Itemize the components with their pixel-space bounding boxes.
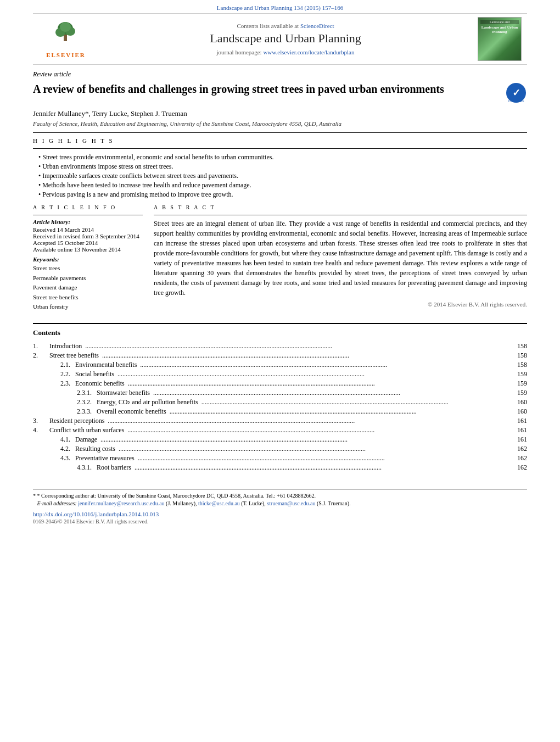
highlights-list: Street trees provide environmental, econ… (33, 153, 527, 199)
email3-name: (S.J. Trueman). (317, 500, 351, 506)
available-date: Available online 13 November 2014 (33, 246, 143, 253)
toc-page: 161 (511, 435, 527, 444)
article-history-label: Article history: (33, 219, 143, 225)
toc-row: 4.1. Damage 161 (33, 435, 527, 444)
contents-section: Contents 1. Introduction 158 2. Street t… (33, 323, 527, 472)
issn-line: 0169-2046/© 2014 Elsevier B.V. All right… (33, 518, 527, 525)
elsevier-tree-icon (51, 20, 81, 51)
copyright-line: © 2014 Elsevier B.V. All rights reserved… (154, 301, 527, 308)
toc-title: 2.3. Economic benefits (49, 379, 511, 388)
toc-table: 1. Introduction 158 2. Street tree benef… (33, 342, 527, 472)
toc-title: Conflict with urban surfaces (49, 426, 511, 435)
toc-row: 2.1. Environmental benefits 158 (33, 360, 527, 370)
crossmark-icon: ✓ CrossMark (505, 82, 527, 104)
toc-page: 160 (511, 407, 527, 416)
elsevier-logo: ELSEVIER (46, 20, 86, 58)
journal-cover-area: Landscape and Landscape and Urban Planni… (472, 17, 527, 61)
toc-num (33, 388, 49, 398)
science-direct-link[interactable]: ScienceDirect (300, 23, 334, 29)
journal-title-area: Contents lists available at ScienceDirec… (99, 23, 472, 55)
highlights-heading: H I G H L I G H T S (33, 137, 527, 144)
toc-row: 2. Street tree benefits 158 (33, 351, 527, 360)
journal-citation-link[interactable]: Landscape and Urban Planning 134 (2015) … (33, 0, 527, 13)
toc-title: Introduction (49, 342, 511, 351)
elsevier-text-label: ELSEVIER (46, 52, 86, 58)
doi-line: http://dx.doi.org/10.1016/j.landurbplan.… (33, 511, 527, 517)
svg-text:CrossMark: CrossMark (508, 99, 524, 103)
email1-name: (J. Mullaney), (166, 500, 197, 506)
homepage-url-link[interactable]: www.elsevier.com/locate/landurbplan (263, 49, 354, 55)
highlight-item-3: Impermeable surfaces create conflicts be… (33, 172, 527, 180)
toc-page: 162 (511, 444, 527, 454)
toc-num (33, 370, 49, 379)
toc-row: 2.3.3. Overall economic benefits 160 (33, 407, 527, 416)
homepage-link-area: journal homepage: www.elsevier.com/locat… (99, 49, 472, 55)
toc-title: 2.3.1. Stormwater benefits (49, 388, 511, 398)
accepted-date: Accepted 15 October 2014 (33, 239, 143, 246)
highlight-item-2: Urban environments impose stress on stre… (33, 163, 527, 171)
toc-num (33, 435, 49, 444)
toc-page: 159 (511, 379, 527, 388)
authors-line: Jennifer Mullaney*, Terry Lucke, Stephen… (33, 109, 527, 118)
info-abstract-columns: A R T I C L E I N F O Article history: R… (33, 204, 527, 312)
article-section: Review article A review of benefits and … (33, 65, 527, 312)
toc-title: 2.1. Environmental benefits (49, 360, 511, 370)
article-info-divider (33, 215, 143, 215)
toc-num (33, 454, 49, 463)
journal-link[interactable]: Landscape and Urban Planning 134 (2015) … (217, 4, 343, 11)
toc-title: 2.3.3. Overall economic benefits (49, 407, 511, 416)
toc-num: 3. (33, 416, 49, 426)
contents-available-text: Contents lists available at ScienceDirec… (99, 23, 472, 29)
toc-row: 2.3.1. Stormwater benefits 159 (33, 388, 527, 398)
highlight-item-4: Methods have been tested to increase tre… (33, 181, 527, 189)
cover-title: Landscape and Urban Planning (480, 25, 519, 35)
cover-top-label: Landscape and (480, 20, 519, 24)
article-info-column: A R T I C L E I N F O Article history: R… (33, 204, 143, 312)
toc-title: 2.3.2. Energy, CO₂ and air pollution ben… (49, 398, 511, 407)
toc-num: 2. (33, 351, 49, 360)
toc-row: 3. Resident perceptions 161 (33, 416, 527, 426)
article-title-row: A review of benefits and challenges in g… (33, 82, 527, 104)
toc-num: 4. (33, 426, 49, 435)
highlights-divider-bottom (33, 148, 527, 149)
article-type-label: Review article (33, 70, 527, 79)
toc-title: 2.2. Social benefits (49, 370, 511, 379)
toc-row: 4. Conflict with urban surfaces 161 (33, 426, 527, 435)
highlight-item-1: Street trees provide environmental, econ… (33, 153, 527, 161)
journal-main-title: Landscape and Urban Planning (99, 31, 472, 46)
email2-name: (T. Lucke), (241, 500, 266, 506)
toc-page: 161 (511, 426, 527, 435)
email1-link[interactable]: jennifer.mullaney@research.usc.edu.au (78, 500, 164, 506)
toc-num (33, 463, 49, 472)
toc-page: 160 (511, 398, 527, 407)
toc-page: 159 (511, 388, 527, 398)
email2-link[interactable]: thicke@usc.edu.au (198, 500, 240, 506)
abstract-title: A B S T R A C T (154, 204, 527, 210)
toc-page: 158 (511, 342, 527, 351)
footer-section: * * Corresponding author at: University … (33, 489, 527, 525)
footnote-emails: E-mail addresses: jennifer.mullaney@rese… (33, 500, 527, 506)
email3-link[interactable]: strueman@usc.edu.au (267, 500, 315, 506)
journal-header: ELSEVIER Contents lists available at Sci… (33, 13, 527, 65)
keywords-label: Keywords: (33, 256, 143, 263)
toc-page: 158 (511, 360, 527, 370)
svg-point-5 (60, 22, 71, 32)
svg-rect-2 (64, 35, 67, 41)
affiliation-line: Faculty of Science, Health, Education an… (33, 120, 527, 127)
toc-row: 2.3. Economic benefits 159 (33, 379, 527, 388)
elsevier-logo-area: ELSEVIER (33, 20, 99, 58)
toc-num (33, 398, 49, 407)
toc-page: 162 (511, 454, 527, 463)
toc-row: 1. Introduction 158 (33, 342, 527, 351)
toc-title: Resident perceptions (49, 416, 511, 426)
toc-title: Street tree benefits (49, 351, 511, 360)
doi-link[interactable]: http://dx.doi.org/10.1016/j.landurbplan.… (33, 511, 159, 517)
toc-title: 4.1. Damage (49, 435, 511, 444)
toc-title: 4.3. Preventative measures (49, 454, 511, 463)
toc-title: 4.2. Resulting costs (49, 444, 511, 454)
highlights-divider-top (33, 132, 527, 133)
revised-date: Received in revised form 3 September 201… (33, 233, 143, 239)
toc-num (33, 360, 49, 370)
toc-num: 1. (33, 342, 49, 351)
abstract-divider (154, 215, 527, 215)
